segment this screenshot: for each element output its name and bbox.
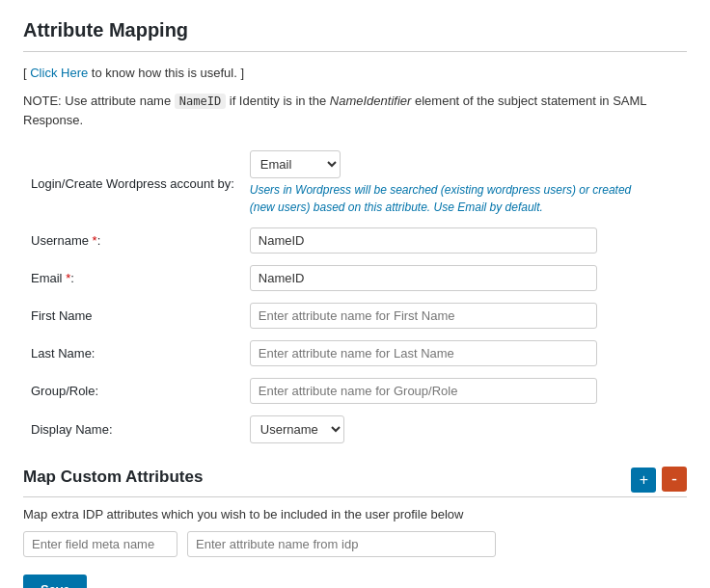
nameidentifier-text: NameIdentifier bbox=[330, 94, 412, 108]
grouprole-label: Group/Role: bbox=[23, 372, 242, 410]
save-button[interactable]: Save bbox=[23, 575, 87, 588]
login-label: Login/Create Wordpress account by: bbox=[23, 145, 242, 222]
displayname-row: Display Name: Username Email First Name … bbox=[23, 410, 687, 449]
custom-attributes-description: Map extra IDP attributes which you wish … bbox=[23, 507, 687, 521]
title-divider bbox=[23, 51, 687, 52]
custom-attributes-section: Map Custom Attributes + - Map extra IDP … bbox=[23, 467, 687, 557]
custom-attributes-header: Map Custom Attributes + - bbox=[23, 467, 687, 493]
grouprole-input[interactable] bbox=[250, 378, 597, 404]
username-row: Username *: bbox=[23, 222, 687, 259]
custom-attributes-buttons: + - bbox=[627, 467, 687, 493]
lastname-input-cell bbox=[242, 334, 687, 372]
email-input[interactable] bbox=[250, 265, 597, 291]
field-attr-input[interactable] bbox=[187, 531, 496, 557]
add-custom-attribute-button[interactable]: + bbox=[631, 468, 656, 493]
custom-attributes-title: Map Custom Attributes bbox=[23, 468, 203, 487]
nameid-code: NameID bbox=[175, 94, 226, 109]
email-input-cell bbox=[242, 259, 687, 297]
firstname-input-cell bbox=[242, 297, 687, 334]
firstname-row: First Name bbox=[23, 297, 687, 334]
grouprole-row: Group/Role: bbox=[23, 372, 687, 410]
form-table: Login/Create Wordpress account by: Email… bbox=[23, 145, 687, 449]
grouprole-input-cell bbox=[242, 372, 687, 410]
login-select[interactable]: Email Username bbox=[250, 150, 341, 178]
firstname-label: First Name bbox=[23, 297, 242, 334]
custom-inputs-row bbox=[23, 531, 687, 557]
firstname-input[interactable] bbox=[250, 303, 597, 329]
login-helper-text: Users in Wordpress will be searched (exi… bbox=[250, 181, 636, 216]
note-middle: if Identity is in the bbox=[226, 94, 330, 108]
field-meta-input[interactable] bbox=[23, 531, 178, 557]
click-here-suffix: to know how this is useful. ] bbox=[88, 66, 244, 80]
username-input[interactable] bbox=[250, 227, 597, 254]
lastname-row: Last Name: bbox=[23, 334, 687, 372]
displayname-input-cell: Username Email First Name Last Name Full… bbox=[242, 410, 687, 449]
lastname-input[interactable] bbox=[250, 340, 597, 366]
custom-attributes-divider bbox=[23, 496, 687, 497]
login-input-cell: Email Username Users in Wordpress will b… bbox=[242, 145, 687, 222]
lastname-label: Last Name: bbox=[23, 334, 242, 372]
email-label: Email *: bbox=[23, 259, 242, 297]
username-label: Username *: bbox=[23, 222, 242, 259]
click-here-link[interactable]: Click Here bbox=[30, 66, 88, 80]
note-prefix: NOTE: Use attribute name bbox=[23, 94, 175, 108]
username-required-star: * bbox=[93, 233, 97, 248]
username-input-cell bbox=[242, 222, 687, 259]
displayname-label: Display Name: bbox=[23, 410, 242, 449]
remove-custom-attribute-button[interactable]: - bbox=[662, 467, 687, 492]
page-title: Attribute Mapping bbox=[23, 19, 687, 41]
email-row: Email *: bbox=[23, 259, 687, 297]
login-row: Login/Create Wordpress account by: Email… bbox=[23, 145, 687, 222]
email-required-star: * bbox=[66, 271, 70, 285]
displayname-select[interactable]: Username Email First Name Last Name Full… bbox=[250, 415, 344, 443]
note-section: NOTE: Use attribute name NameID if Ident… bbox=[23, 92, 687, 129]
click-here-section: [ Click Here to know how this is useful.… bbox=[23, 66, 687, 80]
